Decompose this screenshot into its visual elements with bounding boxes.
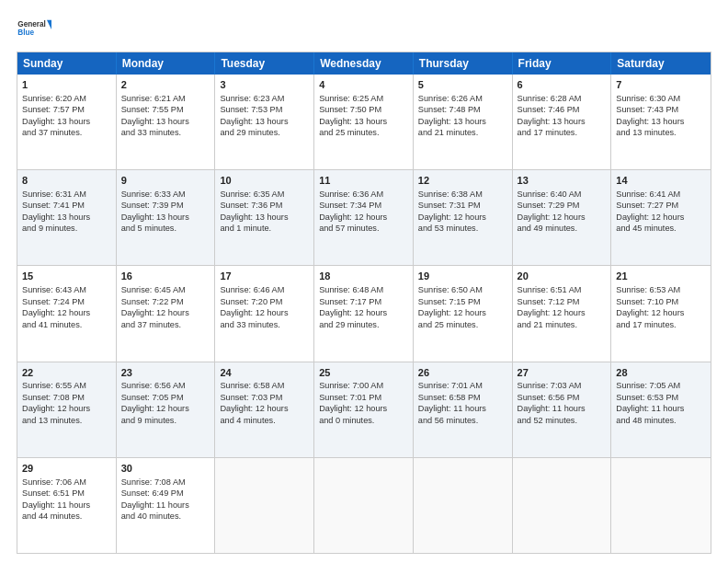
day-number: 4 bbox=[319, 78, 408, 92]
day-info: Sunrise: 6:38 AM bbox=[418, 189, 507, 200]
calendar-cell: 7Sunrise: 6:30 AMSunset: 7:43 PMDaylight… bbox=[611, 75, 711, 169]
day-info: Daylight: 13 hours bbox=[121, 116, 210, 127]
day-info: and 25 minutes. bbox=[319, 127, 408, 138]
day-number: 26 bbox=[418, 366, 507, 380]
day-info: Daylight: 12 hours bbox=[220, 307, 309, 318]
day-info: Sunrise: 6:31 AM bbox=[22, 189, 111, 200]
day-info: Sunrise: 6:45 AM bbox=[121, 284, 210, 295]
day-info: and 13 minutes. bbox=[616, 127, 706, 138]
day-number: 10 bbox=[220, 174, 309, 188]
day-info: Daylight: 12 hours bbox=[418, 307, 507, 318]
day-info: Sunset: 7:01 PM bbox=[319, 392, 408, 403]
day-info: Daylight: 12 hours bbox=[22, 403, 111, 414]
day-info: Sunset: 7:41 PM bbox=[22, 200, 111, 211]
logo: General Blue bbox=[17, 15, 51, 44]
day-number: 14 bbox=[616, 174, 706, 188]
day-number: 21 bbox=[616, 270, 706, 283]
day-info: Sunrise: 7:03 AM bbox=[518, 380, 607, 391]
day-info: Daylight: 12 hours bbox=[616, 307, 706, 318]
calendar-row: 8Sunrise: 6:31 AMSunset: 7:41 PMDaylight… bbox=[17, 169, 711, 265]
day-info: Sunset: 6:49 PM bbox=[121, 488, 210, 499]
day-info: Daylight: 13 hours bbox=[22, 116, 111, 127]
calendar-header-cell: Wednesday bbox=[314, 52, 414, 75]
day-info: Sunset: 7:50 PM bbox=[319, 104, 408, 115]
day-number: 5 bbox=[418, 78, 507, 92]
day-info: and 53 minutes. bbox=[418, 223, 507, 234]
calendar-cell: 28Sunrise: 7:05 AMSunset: 6:53 PMDayligh… bbox=[611, 362, 711, 457]
calendar-cell: 17Sunrise: 6:46 AMSunset: 7:20 PMDayligh… bbox=[215, 266, 314, 361]
day-number: 6 bbox=[518, 78, 607, 92]
day-number: 19 bbox=[418, 270, 507, 283]
day-info: and 17 minutes. bbox=[616, 319, 706, 330]
svg-text:Blue: Blue bbox=[17, 29, 34, 37]
day-info: and 13 minutes. bbox=[22, 415, 111, 426]
day-info: Daylight: 12 hours bbox=[518, 307, 607, 318]
day-info: Daylight: 13 hours bbox=[616, 116, 706, 127]
calendar-row: 15Sunrise: 6:43 AMSunset: 7:24 PMDayligh… bbox=[17, 265, 711, 361]
calendar-cell bbox=[414, 458, 513, 553]
svg-text:General: General bbox=[17, 20, 46, 29]
day-info: and 33 minutes. bbox=[121, 127, 210, 138]
calendar-cell: 20Sunrise: 6:51 AMSunset: 7:12 PMDayligh… bbox=[513, 266, 612, 361]
day-info: Daylight: 13 hours bbox=[220, 212, 309, 223]
calendar-cell: 15Sunrise: 6:43 AMSunset: 7:24 PMDayligh… bbox=[17, 266, 117, 361]
day-info: Sunset: 7:27 PM bbox=[616, 200, 706, 211]
calendar-cell: 9Sunrise: 6:33 AMSunset: 7:39 PMDaylight… bbox=[117, 170, 216, 265]
day-info: and 21 minutes. bbox=[418, 127, 507, 138]
svg-marker-2 bbox=[47, 20, 51, 29]
calendar-header: SundayMondayTuesdayWednesdayThursdayFrid… bbox=[17, 52, 711, 75]
day-number: 16 bbox=[121, 270, 210, 283]
day-info: Daylight: 13 hours bbox=[220, 116, 309, 127]
day-info: Sunrise: 7:01 AM bbox=[418, 380, 507, 391]
day-info: Sunrise: 6:51 AM bbox=[518, 284, 607, 295]
calendar-cell: 25Sunrise: 7:00 AMSunset: 7:01 PMDayligh… bbox=[314, 362, 414, 457]
day-number: 20 bbox=[518, 270, 607, 283]
day-info: Sunset: 7:20 PM bbox=[220, 296, 309, 307]
day-info: and 25 minutes. bbox=[418, 319, 507, 330]
day-info: and 57 minutes. bbox=[319, 223, 408, 234]
calendar-cell: 10Sunrise: 6:35 AMSunset: 7:36 PMDayligh… bbox=[215, 170, 314, 265]
day-info: Sunset: 7:29 PM bbox=[518, 200, 607, 211]
calendar-body: 1Sunrise: 6:20 AMSunset: 7:57 PMDaylight… bbox=[17, 75, 711, 553]
day-number: 18 bbox=[319, 270, 408, 283]
day-info: and 17 minutes. bbox=[518, 127, 607, 138]
day-info: Sunrise: 6:36 AM bbox=[319, 189, 408, 200]
day-info: Sunset: 6:53 PM bbox=[616, 392, 706, 403]
calendar-header-cell: Thursday bbox=[414, 52, 513, 75]
day-info: Sunrise: 6:46 AM bbox=[220, 284, 309, 295]
calendar-cell: 12Sunrise: 6:38 AMSunset: 7:31 PMDayligh… bbox=[414, 170, 513, 265]
day-info: Daylight: 12 hours bbox=[121, 307, 210, 318]
day-number: 24 bbox=[220, 366, 309, 380]
day-number: 23 bbox=[121, 366, 210, 380]
day-number: 12 bbox=[418, 174, 507, 188]
calendar-cell bbox=[513, 458, 612, 553]
calendar-cell: 11Sunrise: 6:36 AMSunset: 7:34 PMDayligh… bbox=[314, 170, 414, 265]
calendar-header-cell: Friday bbox=[513, 52, 612, 75]
calendar-cell bbox=[611, 458, 711, 553]
day-info: Sunrise: 7:08 AM bbox=[121, 477, 210, 488]
day-info: Sunset: 7:43 PM bbox=[616, 104, 706, 115]
calendar-cell: 22Sunrise: 6:55 AMSunset: 7:08 PMDayligh… bbox=[17, 362, 117, 457]
day-info: and 40 minutes. bbox=[121, 511, 210, 522]
day-info: and 52 minutes. bbox=[518, 415, 607, 426]
calendar-cell: 8Sunrise: 6:31 AMSunset: 7:41 PMDaylight… bbox=[17, 170, 117, 265]
calendar-cell: 16Sunrise: 6:45 AMSunset: 7:22 PMDayligh… bbox=[117, 266, 216, 361]
day-info: Sunset: 7:39 PM bbox=[121, 200, 210, 211]
day-info: Daylight: 12 hours bbox=[121, 403, 210, 414]
day-info: Daylight: 12 hours bbox=[518, 212, 607, 223]
day-info: Sunrise: 6:41 AM bbox=[616, 189, 706, 200]
day-number: 25 bbox=[319, 366, 408, 380]
day-info: Daylight: 11 hours bbox=[616, 403, 706, 414]
day-info: Sunrise: 6:50 AM bbox=[418, 284, 507, 295]
day-info: Daylight: 13 hours bbox=[121, 212, 210, 223]
logo-svg: General Blue bbox=[17, 15, 51, 44]
calendar-cell: 29Sunrise: 7:06 AMSunset: 6:51 PMDayligh… bbox=[17, 458, 117, 553]
calendar-row: 1Sunrise: 6:20 AMSunset: 7:57 PMDaylight… bbox=[17, 75, 711, 169]
day-info: and 44 minutes. bbox=[22, 511, 111, 522]
day-info: Daylight: 12 hours bbox=[220, 403, 309, 414]
day-info: Sunset: 7:08 PM bbox=[22, 392, 111, 403]
calendar-header-cell: Tuesday bbox=[215, 52, 314, 75]
day-info: Sunrise: 6:58 AM bbox=[220, 380, 309, 391]
day-info: Sunrise: 6:21 AM bbox=[121, 93, 210, 104]
day-info: Sunrise: 6:56 AM bbox=[121, 380, 210, 391]
